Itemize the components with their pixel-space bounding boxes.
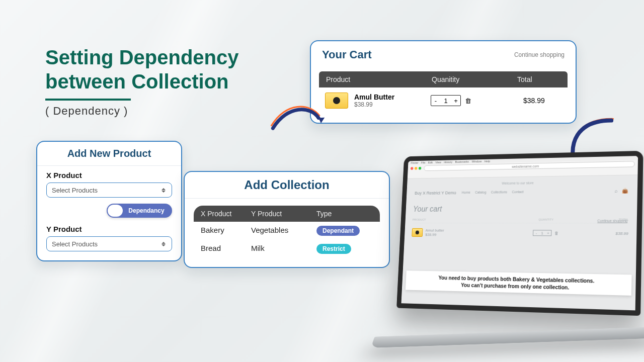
menu-item: File: [421, 161, 426, 164]
y-product-select[interactable]: Select Products: [46, 236, 172, 251]
collection-table: X Product Y Product Type Bakery Vegetabl…: [194, 206, 380, 258]
page-title-line1: Setting Dependency: [45, 46, 239, 68]
laptop-screen: Finder File Edit View History Bookmarks …: [396, 151, 643, 316]
chevron-updown-icon: [162, 187, 167, 194]
store-cart-row: Amul butter $38.99 - 1 + 🗑 $38.99: [412, 223, 628, 243]
cell-y: Milk: [244, 244, 309, 254]
nav-link[interactable]: Contact: [512, 190, 523, 194]
x-product-select-value: Select Products: [52, 187, 98, 194]
collection-table-header: X Product Y Product Type: [194, 206, 380, 222]
dependency-toggle[interactable]: Dependancy: [107, 204, 172, 218]
col-product: PRODUCT: [413, 218, 500, 221]
page-title: Setting Dependency between Collection: [45, 45, 239, 94]
cell-x: Bread: [194, 244, 244, 254]
add-collection-heading: Add Collection: [185, 172, 389, 199]
cell-y: Vegetables: [244, 226, 309, 236]
qty-increment-button[interactable]: +: [545, 231, 551, 235]
toggle-row: Dependancy: [37, 198, 181, 220]
product-unit-price: $38.99: [354, 101, 431, 108]
product-name: Amul butter: [425, 228, 444, 233]
store-continue-shopping[interactable]: Continue shopping: [597, 219, 627, 223]
line-total: $38.99: [593, 231, 628, 235]
table-row: Bakery Vegetables Dependant: [194, 222, 380, 240]
col-quantity: Quanitity: [425, 71, 510, 87]
maximize-icon: [419, 167, 422, 170]
product-name: Amul Butter: [354, 93, 431, 101]
y-product-field: Y Product Select Products: [37, 220, 181, 251]
table-row: Bread Milk Restrict: [194, 240, 380, 258]
product-thumbnail: [412, 228, 423, 237]
cart-table-header: Product Quanitity Total: [319, 71, 568, 87]
x-product-select[interactable]: Select Products: [46, 183, 172, 198]
menu-item: Finder: [411, 161, 418, 164]
store-brand: Buy X Restrict Y Demo: [415, 190, 456, 195]
add-new-product-card: Add New Product X Product Select Product…: [36, 141, 182, 261]
close-icon: [411, 167, 414, 170]
search-icon[interactable]: ⌕: [614, 188, 617, 194]
y-product-label: Y Product: [46, 225, 172, 233]
trash-icon[interactable]: 🗑: [465, 97, 471, 105]
qty-decrement-button[interactable]: -: [431, 97, 440, 105]
menu-item: History: [444, 160, 452, 163]
menu-item: Window: [471, 160, 481, 163]
col-product: Product: [319, 71, 425, 87]
col-y-product: Y Product: [244, 206, 309, 222]
qty-increment-button[interactable]: +: [451, 97, 460, 105]
qty-value: 1: [539, 231, 545, 235]
store-cart-heading: Your cart: [413, 204, 629, 214]
store-cart-header: PRODUCT QUANTITY TOTAL: [413, 216, 629, 223]
cart-row: Amul Butter $38.99 - 1 + 🗑 $38.99: [319, 87, 568, 114]
quantity-stepper[interactable]: - 1 +: [533, 230, 551, 236]
nav-link[interactable]: Catalog: [475, 191, 487, 194]
menu-item: Bookmarks: [455, 160, 469, 163]
nav-link[interactable]: Home: [462, 191, 470, 194]
product-price: $38.99: [425, 232, 444, 237]
page-title-line2: between Collection: [45, 70, 229, 93]
x-product-field: X Product Select Products: [37, 166, 181, 198]
minimize-icon: [415, 167, 418, 170]
type-badge-restrict: Restrict: [316, 244, 351, 254]
menu-item: Help: [485, 160, 491, 163]
qty-value: 1: [440, 97, 451, 105]
store-nav: Buy X Restrict Y Demo Home Catalog Colle…: [414, 185, 629, 199]
col-total: Total: [510, 71, 568, 87]
cart-heading: Your Cart: [322, 48, 372, 61]
quantity-stepper[interactable]: - 1 +: [431, 95, 461, 106]
cart-table: Product Quanitity Total Amul Butter $38.…: [319, 71, 568, 114]
type-badge-dependant: Dependant: [316, 226, 360, 236]
dependency-warning: You need to buy products both Bakery & V…: [406, 270, 632, 296]
add-new-product-heading: Add New Product: [37, 142, 181, 166]
add-collection-card: Add Collection X Product Y Product Type …: [184, 171, 390, 268]
trash-icon[interactable]: 🗑: [554, 231, 558, 235]
toggle-knob: [108, 205, 123, 217]
col-x-product: X Product: [194, 206, 244, 222]
x-product-label: X Product: [46, 171, 172, 179]
page-subtitle: ( Dependency ): [45, 105, 239, 118]
arrow-icon: [268, 97, 327, 137]
your-cart-card: Your Cart Continue shopping Product Quan…: [310, 40, 577, 124]
title-underline: [45, 99, 131, 101]
bag-icon[interactable]: 👜: [622, 188, 628, 194]
laptop-base: [371, 327, 644, 348]
col-quantity: QUANTITY: [500, 218, 594, 221]
laptop-mockup: Finder File Edit View History Bookmarks …: [387, 151, 644, 347]
nav-link[interactable]: Collections: [491, 190, 507, 194]
menu-item: Edit: [428, 161, 433, 164]
page-title-block: Setting Dependency between Collection ( …: [45, 45, 239, 118]
storefront-page: Welcome to our store Buy X Restrict Y De…: [401, 175, 637, 310]
continue-shopping-link[interactable]: Continue shopping: [514, 51, 565, 58]
col-type: Type: [309, 206, 380, 222]
line-total: $38.99: [516, 97, 568, 105]
product-thumbnail: [325, 93, 348, 109]
y-product-select-value: Select Products: [52, 240, 98, 248]
window-controls: [411, 167, 421, 170]
cell-x: Bakery: [194, 226, 244, 236]
dependency-toggle-label: Dependancy: [124, 207, 172, 214]
menu-item: View: [435, 161, 441, 164]
qty-decrement-button[interactable]: -: [533, 231, 539, 235]
chevron-updown-icon: [162, 240, 167, 247]
